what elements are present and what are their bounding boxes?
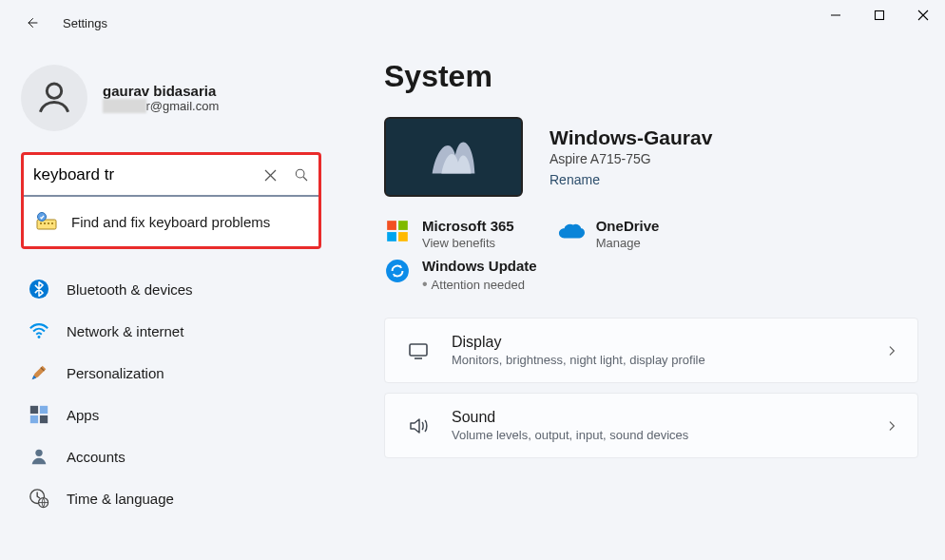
svg-rect-20 <box>40 415 48 423</box>
card-sub: Volume levels, output, input, sound devi… <box>452 428 885 442</box>
window-controls <box>814 0 945 30</box>
svg-point-4 <box>47 84 61 98</box>
pc-name: Windows-Gaurav <box>550 126 712 149</box>
svg-rect-19 <box>30 415 38 423</box>
svg-point-29 <box>386 260 409 282</box>
brush-icon <box>29 362 49 383</box>
desktop-thumbnail[interactable] <box>384 117 523 197</box>
svg-point-21 <box>35 450 42 456</box>
svg-rect-12 <box>48 222 49 224</box>
m365-icon <box>384 218 411 244</box>
chevron-right-icon <box>885 344 898 357</box>
update-sub: •Attention needed <box>422 276 537 293</box>
svg-rect-1 <box>876 11 884 20</box>
onedrive-status[interactable]: OneDrive Manage <box>558 218 660 250</box>
svg-rect-18 <box>40 406 48 414</box>
rename-link[interactable]: Rename <box>550 172 712 187</box>
pc-model: Aspire A715-75G <box>550 151 712 166</box>
search-icon[interactable] <box>294 167 309 183</box>
sidebar-item-accounts[interactable]: Accounts <box>21 435 321 477</box>
avatar <box>21 65 87 131</box>
card-sound[interactable]: Sound Volume levels, output, input, soun… <box>384 393 918 458</box>
card-sub: Monitors, brightness, night light, displ… <box>452 353 885 367</box>
sidebar-item-time-language[interactable]: Time & language <box>21 477 321 519</box>
app-name: Settings <box>63 16 107 30</box>
chevron-right-icon <box>885 419 898 433</box>
back-button[interactable] <box>17 9 46 37</box>
user-section[interactable]: gaurav bidasaria xxxxxxxr@gmail.com <box>21 65 321 131</box>
content-area: System Windows-Gaurav Aspire A715-75G Re… <box>342 46 945 560</box>
svg-rect-25 <box>387 221 396 230</box>
svg-rect-30 <box>410 344 427 356</box>
account-icon <box>29 446 49 467</box>
svg-rect-27 <box>387 232 396 241</box>
sound-icon <box>404 415 433 437</box>
svg-point-7 <box>296 169 304 178</box>
nav-label: Network & internet <box>67 323 183 339</box>
nav-label: Bluetooth & devices <box>67 281 193 298</box>
onedrive-sub: Manage <box>596 236 660 250</box>
wifi-icon <box>29 320 49 341</box>
nav-label: Apps <box>67 407 99 423</box>
svg-rect-13 <box>51 222 53 224</box>
svg-rect-26 <box>398 221 408 230</box>
search-suggestion[interactable]: Find and fix keyboard problems <box>24 197 318 246</box>
search-box[interactable] <box>24 155 318 197</box>
sidebar-item-apps[interactable]: Apps <box>21 394 321 435</box>
apps-icon <box>29 404 49 425</box>
search-input[interactable] <box>33 165 264 184</box>
sidebar-item-personalization[interactable]: Personalization <box>21 352 321 394</box>
update-title: Windows Update <box>422 258 537 274</box>
update-icon <box>384 258 411 284</box>
nav-label: Accounts <box>67 449 125 465</box>
card-title: Display <box>452 334 885 351</box>
m365-title: Microsoft 365 <box>422 218 514 234</box>
search-highlight-box: Find and fix keyboard problems <box>21 152 321 249</box>
clock-globe-icon <box>29 488 49 509</box>
page-title: System <box>384 59 918 94</box>
nav-label: Time & language <box>67 491 174 507</box>
svg-rect-11 <box>44 222 46 224</box>
close-button[interactable] <box>901 0 945 30</box>
nav-list: Bluetooth & devices Network & internet P… <box>21 268 321 519</box>
minimize-button[interactable] <box>814 0 858 30</box>
display-icon <box>404 339 433 362</box>
m365-sub: View benefits <box>422 236 514 250</box>
nav-label: Personalization <box>67 365 164 381</box>
windows-update-status[interactable]: Windows Update •Attention needed <box>384 258 918 293</box>
svg-point-16 <box>38 336 41 338</box>
card-title: Sound <box>452 409 885 426</box>
svg-rect-17 <box>30 406 38 414</box>
svg-point-14 <box>38 213 47 222</box>
svg-line-8 <box>303 177 307 181</box>
maximize-button[interactable] <box>858 0 901 30</box>
keyboard-fix-icon <box>35 210 58 233</box>
svg-rect-10 <box>40 222 42 224</box>
sidebar-item-bluetooth[interactable]: Bluetooth & devices <box>21 268 321 310</box>
pc-row: Windows-Gaurav Aspire A715-75G Rename <box>384 117 918 197</box>
onedrive-icon <box>558 218 585 244</box>
m365-status[interactable]: Microsoft 365 View benefits <box>384 218 514 250</box>
sidebar-item-network[interactable]: Network & internet <box>21 310 321 352</box>
bluetooth-icon <box>29 279 49 299</box>
card-display[interactable]: Display Monitors, brightness, night ligh… <box>384 318 918 383</box>
svg-rect-28 <box>398 232 408 241</box>
suggestion-label: Find and fix keyboard problems <box>71 214 270 230</box>
sidebar: gaurav bidasaria xxxxxxxr@gmail.com Find… <box>0 46 342 560</box>
clear-icon[interactable] <box>264 169 277 182</box>
titlebar: Settings <box>0 0 945 46</box>
user-email: xxxxxxxr@gmail.com <box>103 99 219 113</box>
user-name: gaurav bidasaria <box>103 83 219 99</box>
onedrive-title: OneDrive <box>596 218 660 234</box>
